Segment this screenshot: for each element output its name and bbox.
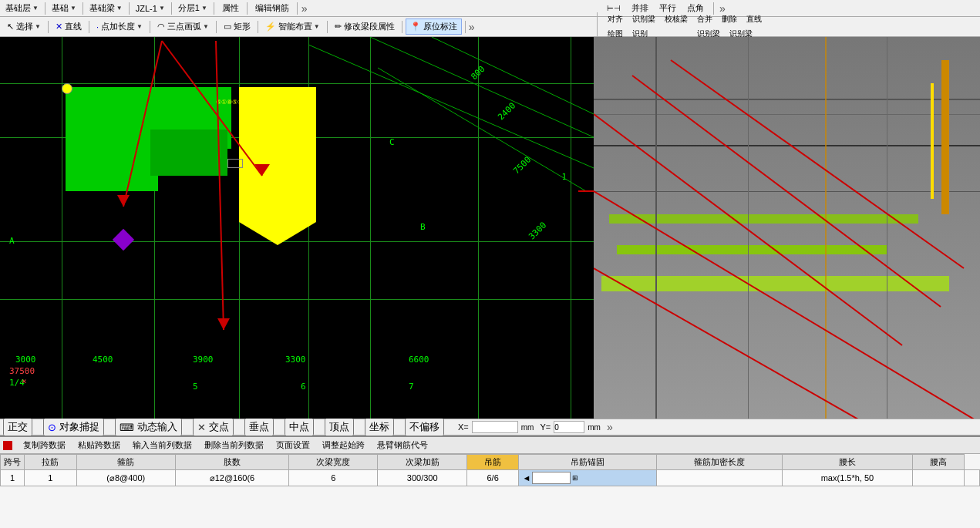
divider-t2-2 [89,21,89,33]
divider-t2-7 [402,21,402,33]
table-header: 跨号 拉筋 箍筋 肢数 次梁宽度 次梁加筋 吊筋 吊筋锚固 箍筋加密长度 腰长 … [1,455,980,470]
select-btn[interactable]: ↖ 选择 ▼ [3,19,45,34]
layer-arrow: ▼ [32,5,39,12]
grid-h-4 [0,299,594,300]
grid-h-3 [0,241,594,242]
rebar-table: 跨号 拉筋 箍筋 肢数 次梁宽度 次梁加筋 吊筋 吊筋锚固 箍筋加密长度 腰长 … [0,454,980,486]
x-label: X= [458,422,469,432]
original-mark-btn[interactable]: 📍 原位标注 [406,18,462,35]
delete-btn[interactable]: 删除 [718,12,741,26]
beam-dropdown[interactable]: 基础梁 ▼ [87,2,125,14]
copy-span-btn[interactable]: 复制跨数据 [19,439,70,452]
midpoint-btn[interactable]: 中点 [285,418,314,436]
dim-3300b: 3300 [527,220,548,242]
align-btn[interactable]: 对齐 [604,12,627,26]
rp-h3 [594,145,980,146]
grid-v-1 [62,37,62,419]
cad-canvas[interactable]: 3000 4500 3900 3300 6600 800 2400 7500 3… [0,37,594,419]
property-btn[interactable]: 属性 [218,1,243,15]
data-table: 跨号 拉筋 箍筋 肢数 次梁宽度 次梁加筋 吊筋 吊筋锚固 箍筋加密长度 腰长 … [0,454,980,528]
dim-6600: 6600 [409,355,429,365]
status-bar-left: 正交 ⊙ 对象捕捉 ⌨ 动态输入 ✕ 交点 垂点 中点 [3,418,597,436]
close-panel-btn[interactable] [3,441,12,450]
dim-2400: 2400 [496,101,517,123]
no-offset-btn[interactable]: 不偏移 [405,418,444,436]
rp-v1 [655,37,657,419]
svg-line-3 [378,68,586,191]
divider-6 [247,2,248,15]
cell-stirrup-dense: max(1.5*h, 50 [783,470,913,486]
page-setup-btn[interactable]: 页面设置 [271,439,315,452]
layer1-dropdown[interactable]: 分层1 ▼ [176,2,210,14]
hanger-input[interactable] [532,472,571,484]
jzl-dropdown[interactable]: JZL-1 ▼ [133,4,167,13]
rp-h2 [594,114,980,115]
yellow-circle-marker [62,83,72,94]
divider-t2-3 [150,21,150,33]
adjust-start-btn[interactable]: 调整起始跨 [318,439,369,452]
vertex-btn[interactable]: 顶点 [325,418,354,436]
edit-rebar-btn[interactable]: 编辑钢筋 [251,1,293,15]
green-shape-notch [150,129,227,176]
cantilever-rebar-btn[interactable]: 悬臂钢筋代号 [372,439,433,452]
annotation-text-2: ⑥①⑧⑤⑨ [216,99,243,106]
layer-dropdown[interactable]: 基础层 ▼ [3,2,41,14]
divider-1 [45,2,45,15]
rp-h4 [594,191,980,192]
object-snap-btn[interactable]: ⊙ 对象捕捉 [43,418,104,436]
header-row: 跨号 拉筋 箍筋 肢数 次梁宽度 次梁加筋 吊筋 吊筋锚固 箍筋加密长度 腰长 … [1,455,980,470]
smart-layout-btn[interactable]: ⚡ 智能布置 ▼ [261,19,324,34]
modify-beam-btn[interactable]: ✏ 修改梁段属性 [331,19,399,34]
foundation-label: 基础 [52,2,69,14]
input-col-btn[interactable]: 输入当前列数据 [128,439,197,452]
rect-btn[interactable]: ▭ 矩形 [220,19,254,34]
line-right-btn[interactable]: 直线 [743,12,766,26]
dynamic-input-btn[interactable]: ⌨ 动态输入 [115,418,182,436]
merge-btn[interactable]: 合并 [693,12,716,26]
grid-h-1 [0,83,594,84]
grid-v-6 [478,37,479,419]
right-panel [594,37,980,419]
svg-marker-9 [217,318,230,330]
y-input[interactable] [554,421,584,433]
y-label: Y= [540,422,551,432]
dim-4500: 4500 [93,355,113,365]
arc-btn[interactable]: ◠ 三点画弧 ▼ [153,19,213,34]
x-input[interactable] [472,421,518,433]
col-beam-add: 次梁加筋 [378,455,466,470]
rp-h1 [594,99,980,100]
cell-hanger[interactable]: ◄ ⊞ [519,470,656,486]
identify-beam-btn[interactable]: 识别梁 [628,12,659,26]
ortho-btn[interactable]: 正交 [3,418,32,436]
cell-waist-height [965,470,980,486]
toolbar2-left: ↖ 选择 ▼ ✕ 直线 · 点加长度 ▼ ◠ 三点画弧 ▼ [3,18,597,35]
point-extend-btn[interactable]: · 点加长度 ▼ [93,19,146,34]
delete-col-btn[interactable]: 删除当前列数据 [200,439,268,452]
divider-2 [83,2,83,15]
dim-800: 800 [469,64,487,82]
expand-icon-3: » [469,21,475,33]
data-panel: 复制跨数据 粘贴跨数据 输入当前列数据 删除当前列数据 页面设置 调整起始跨 悬… [0,436,980,528]
panel-bg [594,37,980,419]
grid-pt-5: 5 [193,382,198,392]
paste-span-btn[interactable]: 粘贴跨数据 [73,439,125,452]
col-stirrup: 箍筋 [76,455,175,470]
col-waist-height: 腰高 [912,455,965,470]
cell-stirrup: (⌀8@400) [76,470,175,486]
mm-label-x: mm [521,423,534,432]
svg-line-1 [370,37,594,137]
intersection-btn[interactable]: ✕ 交点 [193,418,234,436]
cell-beam-add: 6/6 [466,470,519,486]
perp-btn[interactable]: 垂点 [244,418,274,436]
col-span-num: 跨号 [1,455,25,470]
check-beam-btn[interactable]: 校核梁 [661,12,692,26]
coord-btn[interactable]: 坐标 [365,418,394,436]
expand-cell-icon[interactable]: ⊞ [572,474,578,482]
foundation-dropdown[interactable]: 基础 ▼ [49,2,79,14]
mm-label-y: mm [588,423,601,432]
cell-legs: 6 [289,470,378,486]
col-hanger-anchor: 吊筋锚固 [519,455,656,470]
divider-7 [297,2,298,15]
line-btn[interactable]: ✕ 直线 [52,19,86,34]
rp-yellow-bar [931,83,934,199]
